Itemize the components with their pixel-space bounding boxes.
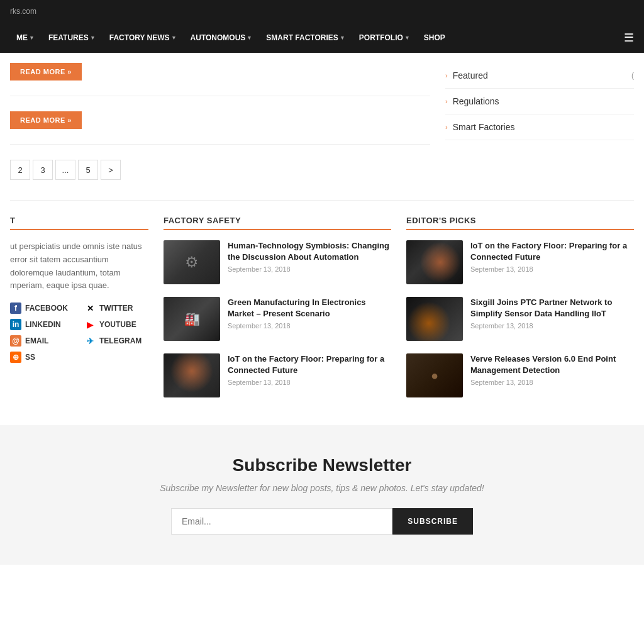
news-title[interactable]: Verve Releases Version 6.0 End Point Man… [470,353,634,376]
editors-picks-section: EDITOR'S PICKS IoT on the Factory Floor:… [406,216,634,410]
email-icon: @ [10,335,21,347]
news-title[interactable]: IoT on the Factory Floor: Preparing for … [228,353,391,376]
news-date: September 13, 2018 [228,265,391,273]
news-title[interactable]: Green Manufacturing In Electronics Marke… [228,297,391,319]
social-email[interactable]: @ EMAIL [10,335,74,347]
chevron-right-icon: › [445,97,448,105]
news-date: September 13, 2018 [470,322,634,330]
twitter-icon: ✕ [84,303,96,314]
chevron-right-icon: › [445,72,448,79]
social-linkedin[interactable]: in LINKEDIN [10,319,74,330]
social-youtube[interactable]: ▶ YOUTUBE [84,319,148,330]
news-thumbnail [164,353,220,397]
news-thumbnail [406,297,463,341]
nav-portfolio[interactable]: PORTFOLIO ▾ [353,28,415,47]
page-btn-2[interactable]: 2 [10,160,30,180]
sidebar-item-smart-factories[interactable]: › Smart Factories [445,114,634,140]
newsletter-title: Subscribe Newsletter [10,455,634,475]
social-facebook[interactable]: f FACEBOOK [10,303,74,314]
news-title[interactable]: Human-Technology Symbiosis: Changing the… [228,240,391,263]
news-title[interactable]: IoT on the Factory Floor: Preparing for … [470,240,634,263]
chevron-down-icon: ▾ [30,35,33,41]
page-btn-3[interactable]: 3 [33,160,53,180]
news-date: September 13, 2018 [228,379,391,386]
chevron-right-icon: › [445,123,448,131]
sidebar-item-featured[interactable]: › Featured ( [445,63,634,89]
bottom-sections: T ut perspiciatis unde omnis iste natus … [0,201,644,425]
news-info: IoT on the Factory Floor: Preparing for … [228,353,391,397]
sidebar-categories: › Featured ( › Regulations › Smart Facto… [445,63,634,140]
main-content: READ MORE READ MORE 2 3 ... 5 > › Featur… [0,53,644,200]
article-card-2: READ MORE [10,111,430,145]
top-bar: rks.com [0,0,644,23]
nav-bar: ME ▾ FEATURES ▾ FACTORY NEWS ▾ AUTONOMOU… [0,23,644,53]
news-thumbnail [164,240,220,284]
rss-icon: ⊕ [10,352,21,363]
pagination: 2 3 ... 5 > [10,160,430,180]
newsletter-form: SUBSCRIBE [171,508,473,535]
newsletter-subtitle: Subscribe my Newsletter for new blog pos… [10,483,634,493]
nav-factory-news[interactable]: FACTORY NEWS ▾ [103,28,182,47]
about-section-title: T [10,216,148,230]
nav-shop[interactable]: SHOP [418,28,452,47]
about-section: T ut perspiciatis unde omnis iste natus … [10,216,148,410]
chevron-down-icon: ▾ [172,35,175,41]
chevron-down-icon: ▾ [406,35,409,41]
news-info: Human-Technology Symbiosis: Changing the… [228,240,391,284]
sidebar: › Featured ( › Regulations › Smart Facto… [445,63,634,190]
news-item: Sixgill Joins PTC Partner Network to Sim… [406,297,634,341]
news-info: Green Manufacturing In Electronics Marke… [228,297,391,341]
news-item: Verve Releases Version 6.0 End Point Man… [406,353,634,397]
read-more-button-1[interactable]: READ MORE [10,63,82,80]
news-title[interactable]: Sixgill Joins PTC Partner Network to Sim… [470,297,634,319]
social-links: f FACEBOOK ✕ TWITTER in LINKEDIN ▶ YOUTU… [10,303,148,363]
chevron-down-icon: ▾ [341,35,344,41]
news-item: IoT on the Factory Floor: Preparing for … [406,240,634,284]
email-input[interactable] [171,508,392,535]
sidebar-count-featured: ( [631,71,634,80]
telegram-icon: ✈ [84,335,96,347]
factory-safety-section: FACTORY SAFETY Human-Technology Symbiosi… [164,216,391,410]
url-display: rks.com [10,7,36,16]
news-info: IoT on the Factory Floor: Preparing for … [470,240,634,284]
linkedin-icon: in [10,319,21,330]
article-list: READ MORE READ MORE 2 3 ... 5 > [10,63,430,190]
social-twitter[interactable]: ✕ TWITTER [84,303,148,314]
news-thumbnail [406,353,463,397]
youtube-icon: ▶ [84,319,96,330]
newsletter-section: Subscribe Newsletter Subscribe my Newsle… [0,425,644,565]
chevron-down-icon: ▾ [91,35,94,41]
factory-safety-title: FACTORY SAFETY [164,216,391,230]
page-btn-ellipsis: ... [55,160,75,180]
article-card-1: READ MORE [10,63,430,96]
nav-autonomous[interactable]: AUTONOMOUS ▾ [184,28,258,47]
social-telegram[interactable]: ✈ TELEGRAM [84,335,148,347]
chevron-down-icon: ▾ [248,35,251,41]
page-btn-next[interactable]: > [101,160,121,180]
news-item: Human-Technology Symbiosis: Changing the… [164,240,391,284]
news-date: September 13, 2018 [470,379,634,386]
nav-features[interactable]: FEATURES ▾ [42,28,101,47]
about-text: ut perspiciatis unde omnis iste natus er… [10,240,148,292]
news-thumbnail [406,240,463,284]
sidebar-item-regulations[interactable]: › Regulations [445,89,634,114]
facebook-icon: f [10,303,21,314]
nav-smart-factories[interactable]: SMART FACTORIES ▾ [260,28,350,47]
social-rss[interactable]: ⊕ SS [10,352,74,363]
hamburger-menu-icon[interactable]: ☰ [624,31,634,45]
news-info: Verve Releases Version 6.0 End Point Man… [470,353,634,397]
news-date: September 13, 2018 [470,265,634,273]
news-item: IoT on the Factory Floor: Preparing for … [164,353,391,397]
page-btn-5[interactable]: 5 [78,160,98,180]
nav-me[interactable]: ME ▾ [10,28,40,47]
subscribe-button[interactable]: SUBSCRIBE [392,508,473,535]
news-date: September 13, 2018 [228,322,391,330]
news-item: Green Manufacturing In Electronics Marke… [164,297,391,341]
news-info: Sixgill Joins PTC Partner Network to Sim… [470,297,634,341]
editors-picks-title: EDITOR'S PICKS [406,216,634,230]
news-thumbnail [164,297,220,341]
read-more-button-2[interactable]: READ MORE [10,111,82,129]
